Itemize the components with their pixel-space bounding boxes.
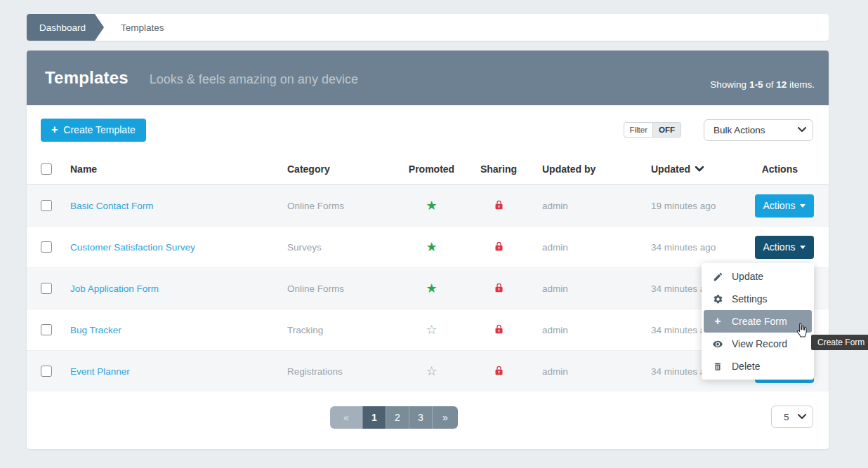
row-actions-button-open[interactable]: Actions	[755, 236, 814, 259]
star-filled-icon: ★	[426, 240, 437, 254]
star-filled-icon: ★	[426, 281, 437, 295]
updated-cell: 19 minutes ago	[643, 201, 744, 211]
menu-item-label: Delete	[732, 361, 760, 372]
filter-state-badge: OFF	[652, 123, 680, 137]
filter-label: Filter	[624, 123, 652, 137]
pagination-page-3[interactable]: 3	[409, 406, 432, 429]
menu-item-delete[interactable]: Delete	[702, 355, 814, 377]
caret-down-icon	[800, 246, 805, 249]
breadcrumb-dashboard[interactable]: Dashboard	[27, 14, 104, 41]
pagination-page-1[interactable]: 1	[362, 406, 386, 429]
lock-icon	[494, 282, 504, 293]
row-checkbox[interactable]	[41, 200, 52, 211]
sharing-cell	[463, 365, 534, 378]
summary-total: 12	[776, 79, 787, 90]
menu-item-label: View Record	[732, 338, 787, 349]
chevron-down-icon	[798, 414, 806, 420]
pagination-next-button[interactable]: »	[432, 406, 458, 429]
table-header-row: Name Category Promoted Sharing Updated b…	[27, 154, 829, 185]
menu-item-label: Update	[732, 271, 763, 282]
table-footer: « 1 2 3 » 5	[27, 392, 829, 449]
pagination-page-2[interactable]: 2	[386, 406, 409, 429]
header-updated-by: Updated by	[534, 163, 643, 175]
breadcrumb-dashboard-label: Dashboard	[39, 22, 86, 33]
template-name-link[interactable]: Customer Satisfaction Survey	[70, 242, 195, 253]
header-promoted: Promoted	[400, 163, 463, 175]
page-subtitle: Looks & feels amazing on any device	[150, 72, 358, 87]
bulk-actions-label: Bulk Actions	[714, 125, 765, 135]
toolbar: + Create Template Filter OFF Bulk Action…	[27, 105, 829, 154]
trash-icon	[712, 361, 723, 372]
page-size-select[interactable]: 5	[771, 406, 813, 428]
create-template-button[interactable]: + Create Template	[41, 119, 146, 142]
lock-icon	[494, 365, 504, 376]
star-outline-icon: ☆	[426, 323, 437, 337]
category-cell: Tracking	[287, 325, 400, 335]
header-updated-sort[interactable]: Updated	[643, 163, 744, 175]
eye-icon	[712, 339, 723, 349]
summary-items: items.	[789, 79, 815, 90]
actions-button-label: Actions	[763, 241, 796, 253]
menu-item-update[interactable]: Update	[702, 265, 814, 288]
menu-item-view-record[interactable]: View Record	[702, 333, 814, 355]
category-cell: Surveys	[287, 242, 400, 253]
menu-item-label: Create Form	[732, 316, 787, 327]
actions-dropdown-menu: Update Settings + Create Form View Recor…	[702, 263, 814, 380]
header-select-cell	[27, 163, 70, 175]
gear-icon	[712, 294, 723, 305]
row-actions-button[interactable]: Actions	[755, 194, 814, 218]
chevron-down-icon	[798, 127, 806, 133]
header-updated-label: Updated	[651, 163, 690, 175]
table-row: Customer Satisfaction Survey Surveys ★ a…	[27, 226, 829, 267]
header-category: Category	[287, 163, 400, 175]
page-title: Templates	[45, 67, 129, 88]
table-row: Basic Contact Form Online Forms ★ admin …	[27, 185, 829, 226]
select-all-checkbox[interactable]	[41, 163, 52, 175]
template-name-link[interactable]: Basic Contact Form	[70, 201, 154, 211]
menu-item-settings[interactable]: Settings	[702, 288, 814, 310]
menu-item-create-form[interactable]: + Create Form	[704, 310, 812, 333]
category-cell: Registrations	[287, 366, 400, 377]
row-checkbox[interactable]	[41, 283, 52, 294]
lock-icon	[494, 323, 504, 335]
summary-of: of	[765, 79, 773, 90]
template-name-link[interactable]: Event Planner	[70, 366, 130, 377]
filter-toggle[interactable]: Filter OFF	[624, 122, 681, 138]
star-filled-icon: ★	[426, 199, 437, 213]
lock-icon	[494, 241, 504, 252]
template-name-link[interactable]: Job Application Form	[70, 283, 159, 294]
breadcrumb: Dashboard Templates	[27, 14, 829, 41]
page-size-value: 5	[784, 412, 789, 422]
bulk-actions-select[interactable]: Bulk Actions	[704, 119, 813, 141]
category-cell: Online Forms	[287, 201, 400, 211]
row-checkbox[interactable]	[41, 324, 52, 335]
row-checkbox[interactable]	[41, 366, 52, 377]
sharing-cell	[463, 199, 534, 213]
lock-icon	[494, 199, 504, 210]
actions-button-label: Actions	[763, 200, 796, 211]
updated-by-cell: admin	[534, 242, 643, 253]
caret-down-icon	[800, 204, 805, 208]
pencil-icon	[712, 272, 723, 282]
row-checkbox[interactable]	[41, 241, 52, 253]
header-sharing: Sharing	[463, 163, 534, 175]
updated-by-cell: admin	[534, 366, 643, 377]
updated-by-cell: admin	[534, 283, 643, 294]
header-actions: Actions	[744, 163, 829, 175]
create-template-label: Create Template	[63, 124, 135, 135]
toolbar-right: Filter OFF Bulk Actions	[624, 119, 813, 141]
panel-header: Templates Looks & feels amazing on any d…	[27, 51, 829, 105]
pagination-prev-button[interactable]: «	[330, 406, 362, 429]
summary-range: 1-5	[749, 79, 763, 90]
summary-showing: Showing	[710, 79, 747, 90]
updated-cell: 34 minutes ago	[643, 242, 744, 253]
breadcrumb-current: Templates	[121, 22, 164, 33]
plus-icon: +	[712, 316, 723, 327]
templates-panel: Templates Looks & feels amazing on any d…	[27, 51, 829, 449]
plus-icon: +	[51, 124, 58, 135]
header-name: Name	[70, 163, 287, 175]
updated-by-cell: admin	[534, 325, 643, 335]
sharing-cell	[463, 323, 534, 337]
template-name-link[interactable]: Bug Tracker	[70, 325, 121, 335]
create-form-tooltip: Create Form	[811, 335, 868, 350]
